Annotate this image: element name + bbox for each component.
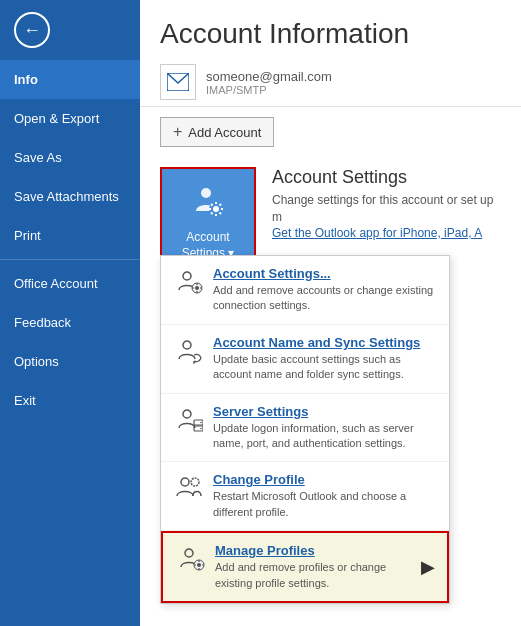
- sidebar-item-label: Office Account: [14, 276, 98, 291]
- back-button[interactable]: ←: [14, 12, 50, 48]
- svg-point-26: [191, 478, 199, 486]
- svg-point-1: [201, 188, 211, 198]
- dropdown-item-server-settings[interactable]: Server Settings Update logon information…: [161, 394, 449, 463]
- plus-icon: +: [173, 123, 182, 141]
- svg-point-3: [213, 206, 219, 212]
- sidebar-item-label: Options: [14, 354, 59, 369]
- sidebar-item-save-as[interactable]: Save As: [0, 138, 140, 177]
- svg-line-11: [211, 213, 213, 215]
- dropdown-item-desc: Add and remove accounts or change existi…: [213, 283, 437, 314]
- svg-point-25: [181, 478, 189, 486]
- profile-change-icon: [173, 472, 205, 504]
- account-settings-description: Change settings for this account or set …: [272, 192, 501, 226]
- sidebar-item-print[interactable]: Print: [0, 216, 140, 255]
- dropdown-item-account-name-sync[interactable]: Account Name and Sync Settings Update ba…: [161, 325, 449, 394]
- svg-point-24: [200, 427, 202, 429]
- sidebar-item-open-export[interactable]: Open & Export: [0, 99, 140, 138]
- mouse-cursor: ▶: [421, 556, 435, 578]
- main-content: Account Information someone@gmail.com IM…: [140, 0, 521, 626]
- dropdown-item-text: Server Settings Update logon information…: [213, 404, 437, 452]
- sidebar-item-label: Print: [14, 228, 41, 243]
- dropdown-item-account-settings[interactable]: Account Settings... Add and remove accou…: [161, 256, 449, 325]
- svg-point-29: [197, 563, 201, 567]
- sidebar-item-options[interactable]: Options: [0, 342, 140, 381]
- page-title: Account Information: [140, 0, 521, 58]
- sidebar-item-label: Open & Export: [14, 111, 99, 126]
- account-settings-area: AccountSettings ▾ Account Settings Chang…: [140, 157, 521, 287]
- dropdown-item-title: Change Profile: [213, 472, 437, 487]
- outlook-app-link[interactable]: Get the Outlook app for iPhone, iPad, A: [272, 226, 501, 240]
- account-settings-title: Account Settings: [272, 167, 501, 188]
- server-icon: [173, 404, 205, 436]
- dropdown-item-text: Change Profile Restart Microsoft Outlook…: [213, 472, 437, 520]
- email-icon: [160, 64, 196, 100]
- sidebar: ← Info Open & Export Save As Save Attach…: [0, 0, 140, 626]
- dropdown-item-desc: Update logon information, such as server…: [213, 421, 437, 452]
- svg-line-9: [220, 213, 222, 215]
- account-type: IMAP/SMTP: [206, 84, 332, 96]
- svg-point-12: [183, 272, 191, 280]
- dropdown-item-change-profile[interactable]: Change Profile Restart Microsoft Outlook…: [161, 462, 449, 531]
- dropdown-item-title: Account Name and Sync Settings: [213, 335, 437, 350]
- account-settings-dropdown: Account Settings... Add and remove accou…: [160, 255, 450, 604]
- dropdown-item-title: Server Settings: [213, 404, 437, 419]
- dropdown-item-desc: Add and remove profiles or change existi…: [215, 560, 417, 591]
- manage-profiles-icon: [175, 543, 207, 575]
- sidebar-item-feedback[interactable]: Feedback: [0, 303, 140, 342]
- sidebar-item-exit[interactable]: Exit: [0, 381, 140, 420]
- sidebar-item-info[interactable]: Info: [0, 60, 140, 99]
- dropdown-item-text: Account Settings... Add and remove accou…: [213, 266, 437, 314]
- svg-point-14: [195, 286, 199, 290]
- sidebar-item-label: Exit: [14, 393, 36, 408]
- sidebar-item-label: Feedback: [14, 315, 71, 330]
- dropdown-item-text: Account Name and Sync Settings Update ba…: [213, 335, 437, 383]
- account-row: someone@gmail.com IMAP/SMTP: [140, 58, 521, 107]
- svg-line-10: [220, 204, 222, 206]
- dropdown-item-manage-profiles[interactable]: Manage Profiles Add and remove profiles …: [161, 531, 449, 603]
- dropdown-item-title: Manage Profiles: [215, 543, 417, 558]
- dropdown-item-text: Manage Profiles Add and remove profiles …: [215, 543, 417, 591]
- svg-point-27: [185, 549, 193, 557]
- dropdown-item-desc: Restart Microsoft Outlook and choose a d…: [213, 489, 437, 520]
- sidebar-divider: [0, 259, 140, 260]
- account-email: someone@gmail.com: [206, 69, 332, 84]
- add-account-label: Add Account: [188, 125, 261, 140]
- svg-point-19: [183, 341, 191, 349]
- account-info: someone@gmail.com IMAP/SMTP: [206, 69, 332, 96]
- dropdown-item-title: Account Settings...: [213, 266, 437, 281]
- svg-point-20: [183, 410, 191, 418]
- sidebar-item-label: Save Attachments: [14, 189, 119, 204]
- person-settings-icon: [173, 266, 205, 298]
- svg-line-8: [211, 204, 213, 206]
- sidebar-item-label: Info: [14, 72, 38, 87]
- back-button-area[interactable]: ←: [0, 0, 140, 60]
- person-gear-icon: [190, 183, 226, 226]
- add-account-button[interactable]: + Add Account: [160, 117, 274, 147]
- sync-icon: [173, 335, 205, 367]
- dropdown-item-desc: Update basic account settings such as ac…: [213, 352, 437, 383]
- sidebar-item-office-account[interactable]: Office Account: [0, 264, 140, 303]
- sidebar-item-label: Save As: [14, 150, 62, 165]
- sidebar-item-save-attachments[interactable]: Save Attachments: [0, 177, 140, 216]
- svg-point-23: [200, 421, 202, 423]
